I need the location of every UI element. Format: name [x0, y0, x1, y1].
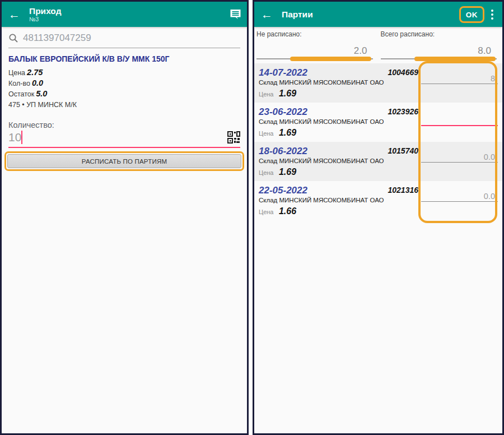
- screen-batches: ← Партии OK Не расписано: 2.0 Всего расп…: [253, 0, 504, 435]
- receipt-header: ← Приход №3: [2, 2, 247, 27]
- batch-number: 1023926: [388, 107, 418, 116]
- text-cursor: [21, 131, 22, 144]
- quantity-value: 10: [8, 131, 21, 144]
- batch-info: 22-05-2022 Склад МИНСКИЙ МЯСОКОМБИНАТ ОА…: [259, 184, 385, 220]
- price-value: 2.75: [27, 68, 43, 77]
- batch-date: 14-07-2022: [259, 67, 385, 78]
- batch-number: 1015740: [388, 146, 418, 155]
- batch-price-value: 1.69: [279, 167, 296, 177]
- annotation-underline-highlight: [290, 57, 371, 61]
- batch-amount-input[interactable]: 0.0: [421, 145, 498, 163]
- unallocated-label: Не расписано:: [256, 30, 373, 38]
- product-price-line: Цена2.75: [8, 67, 240, 78]
- annotation-button-highlight: РАСПИСАТЬ ПО ПАРТИЯМ: [4, 151, 244, 171]
- ok-button[interactable]: OK: [466, 11, 478, 19]
- batch-amount-value: 0.0: [484, 192, 495, 201]
- batch-number: 1004669: [388, 68, 418, 77]
- batch-date: 23-06-2022: [259, 106, 385, 118]
- search-icon: [8, 33, 18, 43]
- product-qty-line: Кол-во0.0: [8, 78, 240, 89]
- unallocated-value: 2.0: [256, 45, 373, 57]
- batch-price-value: 1.66: [279, 206, 296, 216]
- batch-warehouse: Склад МИНСКИЙ МЯСОКОМБИНАТ ОАО: [259, 78, 385, 87]
- batch-warehouse: Склад МИНСКИЙ МЯСОКОМБИНАТ ОАО: [259, 118, 385, 126]
- barcode-search-input[interactable]: 4811397047259: [8, 33, 240, 48]
- comment-icon[interactable]: [230, 9, 241, 20]
- batch-info: 18-06-2022 Склад МИНСКИЙ МЯСОКОМБИНАТ ОА…: [259, 145, 385, 181]
- product-stock-line: Остаток5.0: [8, 89, 240, 99]
- batch-amount-input[interactable]: 8: [421, 67, 498, 84]
- allocation-summary: Не расписано: 2.0 Всего расписано: 8.0: [254, 27, 502, 59]
- batch-date: 18-06-2022: [259, 145, 385, 157]
- batch-price-value: 1.69: [279, 128, 296, 137]
- batch-warehouse: Склад МИНСКИЙ МЯСОКОМБИНАТ ОАО: [259, 157, 385, 165]
- page-title: Партии: [282, 10, 313, 19]
- batch-info: 14-07-2022 Склад МИНСКИЙ МЯСОКОМБИНАТ ОА…: [259, 67, 385, 103]
- page-title: Приход: [29, 6, 61, 16]
- batch-amount-value: 8: [491, 74, 495, 83]
- screen-receipt: ← Приход №3 4811: [0, 0, 249, 435]
- price-label: Цена: [8, 69, 25, 77]
- batch-row: 18-06-2022 Склад МИНСКИЙ МЯСОКОМБИНАТ ОА…: [254, 142, 502, 181]
- batches-header: ← Партии OK: [254, 2, 502, 27]
- annotation-underline-highlight: [414, 57, 496, 61]
- batch-row: 22-05-2022 Склад МИНСКИЙ МЯСОКОМБИНАТ ОА…: [254, 181, 502, 220]
- total-allocated-value: 8.0: [381, 45, 497, 57]
- batch-price-line: Цена 1.69: [259, 89, 385, 99]
- batch-amount-input[interactable]: 0.0: [421, 184, 498, 202]
- stock-label: Остаток: [8, 90, 34, 98]
- back-icon[interactable]: ←: [261, 8, 273, 20]
- batch-amount-value: 0.0: [484, 152, 495, 161]
- total-allocated-label: Всего расписано:: [381, 30, 497, 38]
- allocate-by-batches-button[interactable]: РАСПИСАТЬ ПО ПАРТИЯМ: [7, 154, 241, 168]
- product-code-line: 475 • УП МИНСК М/К: [8, 100, 240, 110]
- batch-info: 23-06-2022 Склад МИНСКИЙ МЯСОКОМБИНАТ ОА…: [259, 106, 385, 142]
- batch-row: 23-06-2022 Склад МИНСКИЙ МЯСОКОМБИНАТ ОА…: [254, 103, 502, 142]
- quantity-input[interactable]: 10: [8, 131, 240, 148]
- qr-scan-icon[interactable]: [227, 131, 240, 144]
- receipt-title-block: Приход №3: [29, 6, 61, 22]
- batch-number: 1021316: [388, 186, 418, 195]
- batch-price-label: Цена: [259, 130, 273, 137]
- batch-price-value: 1.69: [279, 89, 296, 98]
- product-card: БАЛЫК ЕВРОПЕЙСКИЙ К/В В/У ММК 150Г Цена2…: [2, 48, 247, 110]
- batch-row: 14-07-2022 Склад МИНСКИЙ МЯСОКОМБИНАТ ОА…: [254, 63, 502, 103]
- back-icon[interactable]: ←: [8, 8, 20, 20]
- qty-label: Кол-во: [8, 80, 30, 87]
- overflow-menu-icon[interactable]: [488, 7, 497, 22]
- annotation-ok-highlight: OK: [459, 6, 484, 23]
- batch-warehouse: Склад МИНСКИЙ МЯСОКОМБИНАТ ОАО: [259, 196, 385, 205]
- batch-price-line: Цена 1.69: [259, 167, 385, 177]
- batch-list: 14-07-2022 Склад МИНСКИЙ МЯСОКОМБИНАТ ОА…: [254, 63, 502, 220]
- batch-price-label: Цена: [259, 91, 273, 98]
- document-number: №3: [29, 16, 61, 22]
- product-name: БАЛЫК ЕВРОПЕЙСКИЙ К/В В/У ММК 150Г: [8, 54, 240, 63]
- batch-price-label: Цена: [259, 169, 273, 176]
- batch-date: 22-05-2022: [259, 184, 385, 196]
- total-allocated-field: Всего расписано: 8.0: [381, 30, 497, 59]
- batch-amount-input[interactable]: [421, 106, 498, 126]
- screenshot-canvas: ← Приход №3 4811: [0, 0, 504, 435]
- quantity-field-label: Количество:: [8, 121, 240, 129]
- batch-price-line: Цена 1.69: [259, 128, 385, 138]
- barcode-value: 4811397047259: [23, 33, 91, 44]
- batch-price-line: Цена 1.66: [259, 206, 385, 216]
- stock-value: 5.0: [36, 89, 47, 98]
- batch-price-label: Цена: [259, 209, 273, 215]
- unallocated-field: Не расписано: 2.0: [256, 30, 373, 59]
- qty-value: 0.0: [32, 78, 43, 87]
